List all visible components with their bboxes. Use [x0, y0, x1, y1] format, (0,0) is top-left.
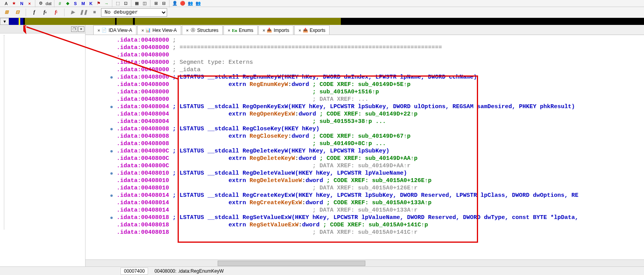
- code-line[interactable]: .idata:00408000 ; Segment type: Externs: [117, 59, 644, 66]
- code-line[interactable]: .idata:00408010 ; LSTATUS __stdcall RegD…: [117, 170, 644, 177]
- code-token: dword: [302, 222, 319, 228]
- toolbar-icon[interactable]: ★: [10, 0, 18, 7]
- tab-label: Imports: [274, 28, 289, 33]
- window-icon[interactable]: ⊞: [2, 8, 11, 17]
- code-line[interactable]: .idata:00408008 extrn RegCloseKey:dword …: [117, 133, 644, 140]
- code-line[interactable]: .idata:00408018 extrn RegSetValueExW:dwo…: [117, 221, 644, 229]
- tab-close-icon[interactable]: ×: [298, 28, 301, 33]
- code-token: extrn: [229, 133, 250, 140]
- code-line[interactable]: .idata:00408000 ; _idata: [117, 66, 644, 74]
- toolbar-icon[interactable]: ◫: [141, 0, 148, 7]
- debugger-select[interactable]: No debugger: [101, 8, 167, 17]
- toolbar-icon[interactable]: 👥: [187, 0, 194, 7]
- toolbar-icon[interactable]: A: [2, 0, 10, 7]
- tab-label: Structures: [197, 28, 218, 33]
- toolbar-icon[interactable]: N: [18, 0, 26, 7]
- panel-header: ❐ ✕: [0, 25, 85, 33]
- restore-icon[interactable]: ❐: [71, 26, 77, 32]
- code-line[interactable]: .idata:00408000 ; DATA XREF: ...: [117, 96, 644, 103]
- play-icon[interactable]: ▶: [68, 8, 77, 17]
- code-line[interactable]: .idata:00408000 extrn RegEnumKeyW:dword …: [117, 81, 644, 88]
- toolbar-icon[interactable]: M: [79, 0, 87, 7]
- code-line[interactable]: .idata:00408014 extrn RegCreateKeyExW:dw…: [117, 199, 644, 207]
- code-token: RegSetValueExW: [250, 222, 298, 228]
- code-line[interactable]: .idata:00408000 ;: [117, 37, 644, 44]
- toolbar-icon[interactable]: ⚑: [95, 0, 103, 7]
- code-token: dword: [298, 155, 316, 162]
- toolbar-icon[interactable]: ⚙: [37, 0, 45, 7]
- tab-icon: 📥: [267, 28, 272, 33]
- segment-address: .idata:00408004: [117, 111, 169, 117]
- toolbar-icon[interactable]: ⊞: [152, 0, 160, 7]
- tab-close-icon[interactable]: ×: [98, 28, 100, 33]
- code-line[interactable]: .idata:00408014 ; DATA XREF: sub_4015A0+…: [117, 207, 644, 214]
- nav-segment[interactable]: [341, 18, 644, 25]
- tab-exports[interactable]: ×📤Exports: [294, 25, 330, 35]
- code-line[interactable]: .idata:00408008 ; LSTATUS __stdcall RegC…: [117, 125, 644, 133]
- toolbar-icon[interactable]: dat: [45, 0, 52, 7]
- pause-icon[interactable]: ❚❚: [79, 8, 88, 17]
- tab-hex-view-a[interactable]: ×📊Hex View-A: [137, 25, 181, 35]
- nav-segment[interactable]: [20, 18, 23, 25]
- fx-icon[interactable]: fx: [41, 8, 49, 17]
- code-line[interactable]: .idata:00408010 ; DATA XREF: sub_4015A0+…: [117, 184, 644, 192]
- functions-tree[interactable]: [0, 33, 85, 266]
- toolbar-icon[interactable]: ⊟: [160, 0, 168, 7]
- stop-icon[interactable]: ■: [90, 8, 99, 17]
- code-line[interactable]: .idata:00408008 ; sub_40149D+8C↑p ...: [117, 140, 644, 147]
- code-line[interactable]: .idata:00408000 ; ======================…: [117, 44, 644, 51]
- tab-close-icon[interactable]: ×: [141, 28, 144, 33]
- toolbar-icon[interactable]: ▦: [133, 0, 141, 7]
- toolbar-icon[interactable]: ⊡: [122, 0, 129, 7]
- code-line[interactable]: .idata:00408004 ; sub_401553+38↑p ...: [117, 118, 644, 125]
- window-icon[interactable]: ⊟: [13, 8, 22, 17]
- close-icon[interactable]: ✕: [78, 26, 84, 32]
- code-line[interactable]: .idata:00408018 ; DATA XREF: sub_4015A0+…: [117, 229, 644, 236]
- toolbar-icon[interactable]: #: [56, 0, 64, 7]
- scrollbar-thumb[interactable]: [218, 261, 365, 266]
- toolbar-icon[interactable]: ⬚: [114, 0, 122, 7]
- code-line[interactable]: .idata:00408000 ; sub_4015A0+1516↑p: [117, 88, 644, 96]
- toolbar-icon[interactable]: →: [103, 0, 110, 7]
- disassembly-view[interactable]: .idata:00408000 ;.idata:00408000 ; =====…: [86, 35, 644, 259]
- code-token: RegCloseKey: [250, 133, 288, 140]
- toolbar-icon[interactable]: ×: [26, 0, 33, 7]
- navigation-bar[interactable]: ▾: [0, 18, 644, 25]
- tab-close-icon[interactable]: ×: [263, 28, 265, 33]
- code-line[interactable]: .idata:00408010 extrn RegDeleteValueW:dw…: [117, 177, 644, 184]
- code-token: dword: [305, 200, 323, 206]
- toolbar-icon[interactable]: 👥: [194, 0, 202, 7]
- segment-address: .idata:00408000: [117, 96, 169, 103]
- nav-segment[interactable]: [9, 18, 19, 25]
- toolbar-icon[interactable]: S: [72, 0, 79, 7]
- nav-segment[interactable]: [135, 18, 341, 25]
- horizontal-scrollbar[interactable]: [86, 259, 644, 266]
- code-token: ; ======================================…: [169, 44, 442, 51]
- code-line[interactable]: .idata:00408000: [117, 51, 644, 59]
- nav-segment[interactable]: [25, 18, 115, 25]
- fi-icon[interactable]: fi: [52, 8, 60, 17]
- tab-imports[interactable]: ×📥Imports: [258, 25, 293, 35]
- toolbar-icon[interactable]: ◆: [64, 0, 72, 7]
- code-line[interactable]: .idata:0040800C extrn RegDeleteKeyW:dwor…: [117, 155, 644, 162]
- tab-close-icon[interactable]: ×: [186, 28, 188, 33]
- code-line[interactable]: .idata:00408004 ; LSTATUS __stdcall RegO…: [117, 103, 644, 110]
- tab-ida-view-a[interactable]: ×📄IDA View-A: [93, 25, 136, 35]
- toolbar-icon[interactable]: 👤: [171, 0, 179, 7]
- code-line[interactable]: .idata:0040800C ; DATA XREF: sub_40149D+…: [117, 162, 644, 170]
- tab-structures[interactable]: ×ⒶStructures: [182, 25, 223, 35]
- code-line[interactable]: .idata:00408018 ; LSTATUS __stdcall RegS…: [117, 214, 644, 221]
- toolbar-icon[interactable]: K: [87, 0, 95, 7]
- code-token: extrn: [229, 222, 250, 228]
- f-icon[interactable]: f: [30, 8, 38, 17]
- code-line[interactable]: .idata:0040800C ; LSTATUS __stdcall RegD…: [117, 147, 644, 155]
- code-line[interactable]: .idata:00408014 ; LSTATUS __stdcall RegC…: [117, 192, 644, 199]
- tab-label: Hex View-A: [152, 28, 176, 33]
- code-line[interactable]: .idata:00408004 extrn RegOpenKeyExW:dwor…: [117, 110, 644, 118]
- toolbar-icon[interactable]: 🔴: [179, 0, 187, 7]
- tab-enums[interactable]: ×EnEnums: [223, 25, 258, 35]
- code-line[interactable]: .idata:00408000 ; LSTATUS __stdcall RegE…: [117, 74, 644, 81]
- nav-dropdown-icon[interactable]: ▾: [0, 18, 9, 25]
- tab-close-icon[interactable]: ×: [228, 28, 230, 33]
- nav-segment[interactable]: [117, 18, 133, 25]
